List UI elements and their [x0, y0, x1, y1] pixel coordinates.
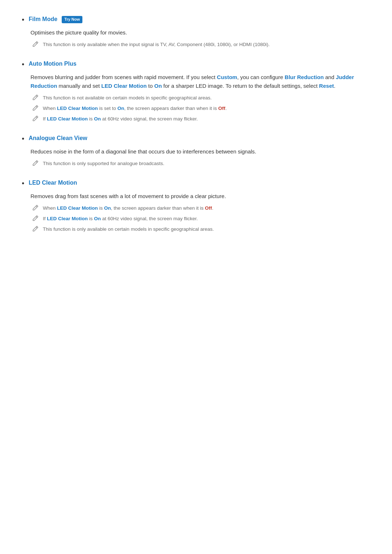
led-clear-motion-link-5[interactable]: LED Clear Motion — [47, 216, 88, 221]
auto-motion-plus-note-2: When LED Clear Motion is set to On, the … — [32, 104, 370, 113]
analogue-clean-view-body: Reduces noise in the form of a diagonal … — [30, 147, 370, 168]
led-clear-motion-note-text-1: When LED Clear Motion is On, the screen … — [43, 204, 213, 212]
auto-motion-plus-section: • Auto Motion Plus Removes blurring and … — [22, 59, 370, 123]
analogue-clean-view-bullet: • Analogue Clean View — [22, 134, 370, 144]
led-clear-motion-note-1: When LED Clear Motion is On, the screen … — [32, 204, 370, 213]
auto-motion-plus-note-text-2: When LED Clear Motion is set to On, the … — [43, 104, 227, 112]
led-clear-motion-note-2: If LED Clear Motion is On at 60Hz video … — [32, 215, 370, 223]
film-mode-note-text-1: This function is only available when the… — [43, 41, 270, 49]
pencil-icon-7 — [32, 215, 40, 223]
analogue-clean-view-section: • Analogue Clean View Reduces noise in t… — [22, 134, 370, 168]
led-clear-motion-note-text-2: If LED Clear Motion is On at 60Hz video … — [43, 215, 198, 223]
led-clear-motion-link-4[interactable]: LED Clear Motion — [57, 205, 98, 211]
auto-motion-plus-note-3: If LED Clear Motion is On at 60Hz video … — [32, 115, 370, 123]
try-now-badge[interactable]: Try Now — [62, 16, 82, 23]
on-link-5[interactable]: On — [94, 216, 101, 221]
bullet-dot-2: • — [22, 58, 24, 70]
on-link-3[interactable]: On — [94, 116, 101, 122]
film-mode-bullet: • Film Mode Try Now — [22, 15, 370, 25]
custom-link[interactable]: Custom — [217, 74, 237, 80]
auto-motion-plus-note-text-3: If LED Clear Motion is On at 60Hz video … — [43, 115, 198, 123]
pencil-icon-2 — [32, 94, 40, 102]
on-link-4[interactable]: On — [104, 205, 111, 211]
led-clear-motion-bullet: • LED Clear Motion — [22, 178, 370, 189]
led-clear-motion-note-3: This function is only available on certa… — [32, 225, 370, 234]
analogue-clean-view-description: Reduces noise in the form of a diagonal … — [30, 147, 370, 156]
on-link-1[interactable]: On — [154, 83, 162, 89]
film-mode-note-1: This function is only available when the… — [32, 41, 370, 49]
on-link-2[interactable]: On — [118, 106, 124, 111]
auto-motion-plus-bullet: • Auto Motion Plus — [22, 59, 370, 70]
led-clear-motion-heading: LED Clear Motion — [29, 178, 77, 188]
pencil-icon-4 — [32, 115, 40, 123]
analogue-clean-view-heading: Analogue Clean View — [29, 134, 87, 143]
film-mode-body: Optimises the picture quality for movies… — [30, 28, 370, 49]
led-clear-motion-note-text-3: This function is only available on certa… — [43, 225, 214, 233]
auto-motion-plus-heading: Auto Motion Plus — [29, 59, 77, 69]
film-mode-title: Film Mode Try Now — [29, 15, 82, 24]
film-mode-heading: Film Mode — [29, 16, 57, 22]
film-mode-description: Optimises the picture quality for movies… — [30, 28, 370, 37]
led-clear-motion-link-3[interactable]: LED Clear Motion — [47, 116, 88, 122]
bullet-dot-3: • — [22, 133, 24, 144]
pencil-icon-5 — [32, 160, 40, 168]
bullet-dot-4: • — [22, 177, 24, 189]
led-clear-motion-link-2[interactable]: LED Clear Motion — [57, 106, 98, 111]
pencil-icon — [32, 41, 40, 49]
auto-motion-plus-body: Removes blurring and judder from scenes … — [30, 73, 370, 123]
pencil-icon-6 — [32, 205, 40, 213]
led-clear-motion-body: Removes drag from fast scenes with a lot… — [30, 192, 370, 234]
auto-motion-plus-note-1: This function is not available on certai… — [32, 94, 370, 102]
bullet-dot: • — [22, 14, 24, 25]
off-link-2[interactable]: Off — [205, 205, 212, 211]
reset-link[interactable]: Reset — [319, 83, 334, 89]
pencil-icon-8 — [32, 226, 40, 234]
led-clear-motion-description: Removes drag from fast scenes with a lot… — [30, 192, 370, 201]
auto-motion-plus-description: Removes blurring and judder from scenes … — [30, 73, 370, 90]
analogue-clean-view-note-1: This function is only supported for anal… — [32, 160, 370, 168]
film-mode-section: • Film Mode Try Now Optimises the pictur… — [22, 15, 370, 49]
blur-reduction-link[interactable]: Blur Reduction — [285, 74, 324, 80]
pencil-icon-3 — [32, 105, 40, 113]
analogue-clean-view-note-text-1: This function is only supported for anal… — [43, 160, 164, 168]
off-link-1[interactable]: Off — [218, 106, 225, 111]
led-clear-motion-section: • LED Clear Motion Removes drag from fas… — [22, 178, 370, 234]
auto-motion-plus-note-text-1: This function is not available on certai… — [43, 94, 212, 102]
led-clear-motion-link-1[interactable]: LED Clear Motion — [101, 83, 147, 89]
